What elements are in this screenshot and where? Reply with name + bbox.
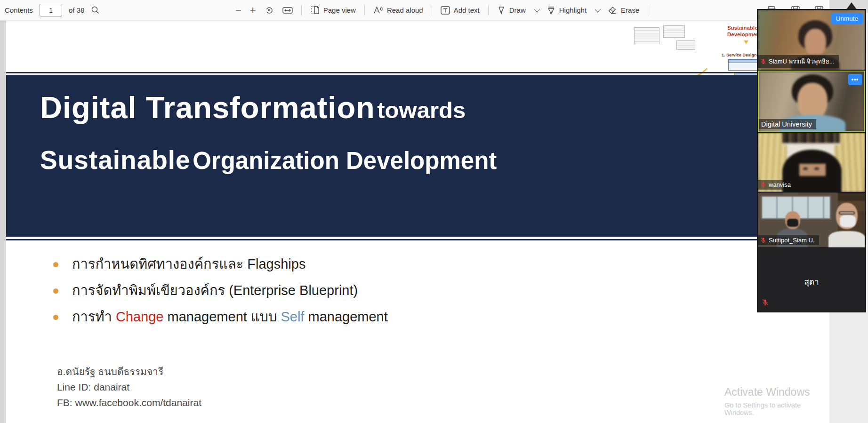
title-main-text: Digital Transformation bbox=[40, 90, 375, 125]
speaker-name: อ.ดนัยรัฐ ธนบดีธรรมจารี bbox=[57, 364, 201, 379]
video-tile-wanvisa[interactable]: wanvisa bbox=[758, 133, 865, 192]
participant-name-label: Digital University bbox=[759, 119, 816, 129]
screen: Contents of 38 − + Page view bbox=[0, 0, 868, 423]
slide-title-line2: Sustainable Organization Development bbox=[40, 144, 829, 183]
read-aloud-icon bbox=[373, 6, 383, 15]
slide-bullet-list: การกำหนดทิศทางองค์กรและ Flagships การจัด… bbox=[53, 251, 388, 330]
banner-bottom-rule bbox=[6, 239, 829, 240]
more-options-button[interactable]: ••• bbox=[848, 74, 862, 85]
participant-name-label: สุดา bbox=[758, 275, 865, 288]
title-suffix-text: Organization Development bbox=[193, 147, 497, 174]
fragment-mini-table bbox=[634, 27, 659, 44]
banner-top-rule bbox=[6, 72, 829, 73]
slide-title-line1: Digital Transformation towards bbox=[40, 89, 829, 134]
speaker-line-id: Line ID: danairat bbox=[57, 379, 201, 395]
change-highlight-word: Change bbox=[116, 309, 164, 324]
fit-to-width-icon[interactable] bbox=[282, 6, 293, 15]
toolbar-separator bbox=[648, 5, 648, 16]
bullet-item: การจัดทำพิมพ์เขียวองค์กร (Enterprise Blu… bbox=[53, 277, 388, 303]
erase-icon bbox=[608, 6, 617, 15]
add-text-label: Add text bbox=[454, 6, 480, 14]
cursor-arrow-icon bbox=[846, 2, 857, 9]
toolbar-separator bbox=[301, 5, 302, 16]
muted-mic-icon bbox=[760, 58, 766, 64]
toolbar-left-group: Contents of 38 bbox=[5, 0, 100, 20]
toolbar-separator bbox=[432, 5, 432, 16]
bullet-item: การกำหนดทิศทางองค์กรและ Flagships bbox=[53, 251, 388, 277]
pdf-toolbar: Contents of 38 − + Page view bbox=[0, 0, 868, 20]
page-count-label: of 38 bbox=[69, 6, 84, 14]
video-tile-siamu[interactable]: Unmute SiamU พรรณี จิวพุทธิธ... bbox=[758, 10, 865, 70]
title-suffix-text: towards bbox=[377, 97, 466, 123]
page-view-icon bbox=[310, 6, 320, 15]
zoom-in-button[interactable]: + bbox=[250, 5, 256, 16]
read-aloud-button[interactable]: Read aloud bbox=[373, 6, 423, 15]
highlight-icon bbox=[547, 6, 555, 15]
erase-label: Erase bbox=[621, 6, 639, 14]
watermark-title: Activate Windows bbox=[724, 386, 829, 399]
meeting-panel: Unmute SiamU พรรณี จิวพุทธิธ... ••• Digi… bbox=[757, 9, 866, 312]
unmute-button[interactable]: Unmute bbox=[831, 13, 863, 24]
highlight-button[interactable]: Highlight bbox=[547, 6, 587, 15]
title-main-text: Sustainable bbox=[40, 145, 191, 175]
activate-windows-watermark: Activate Windows Go to Settings to activ… bbox=[724, 386, 829, 416]
speaker-facebook: FB: www.facebook.com/tdanairat bbox=[57, 395, 201, 410]
muted-mic-icon bbox=[762, 299, 769, 308]
contents-button[interactable]: Contents bbox=[5, 6, 33, 14]
title-banner: Digital Transformation towards Sustainab… bbox=[6, 75, 829, 237]
pdf-viewer[interactable]: Sustainable Development 1. Service Desig… bbox=[0, 21, 868, 423]
slide-page: Sustainable Development 1. Service Desig… bbox=[6, 21, 829, 423]
toolbar-separator bbox=[364, 5, 365, 16]
zoom-out-button[interactable]: − bbox=[235, 5, 241, 16]
page-view-button[interactable]: Page view bbox=[310, 6, 356, 15]
fragment-mini-table bbox=[663, 25, 685, 38]
add-text-icon bbox=[441, 6, 450, 15]
add-text-button[interactable]: Add text bbox=[441, 6, 480, 15]
highlight-dropdown-chevron-icon[interactable] bbox=[595, 7, 601, 13]
page-number-input[interactable] bbox=[40, 4, 62, 16]
page-view-label: Page view bbox=[323, 6, 356, 14]
muted-mic-icon bbox=[760, 237, 766, 243]
bullet-item: การทำ Change management แบบ Self managem… bbox=[53, 303, 388, 330]
search-icon[interactable] bbox=[91, 6, 100, 15]
self-highlight-word: Self bbox=[281, 309, 304, 324]
draw-label: Draw bbox=[509, 6, 526, 14]
draw-pen-icon bbox=[497, 6, 506, 15]
read-aloud-label: Read aloud bbox=[387, 6, 423, 14]
draw-dropdown-chevron-icon[interactable] bbox=[534, 7, 540, 13]
slide-fragment-diagram: Sustainable Development 1. Service Desig… bbox=[627, 22, 769, 83]
participant-name-label: Suttipot_Siam U. bbox=[758, 235, 819, 245]
speaker-contact-block: อ.ดนัยรัฐ ธนบดีธรรมจารี Line ID: danaira… bbox=[57, 364, 201, 410]
muted-mic-icon bbox=[760, 182, 766, 188]
toolbar-center-group: − + Page view Read aloud bbox=[235, 0, 648, 20]
video-tile-suttipot[interactable]: Suttipot_Siam U. bbox=[758, 192, 865, 247]
video-tile-digital-university[interactable]: ••• Digital University bbox=[758, 71, 865, 132]
highlight-label: Highlight bbox=[559, 6, 587, 14]
toolbar-separator bbox=[488, 5, 489, 16]
erase-button[interactable]: Erase bbox=[608, 6, 639, 15]
fragment-down-arrow-icon bbox=[744, 40, 748, 44]
rotate-icon[interactable] bbox=[265, 6, 274, 15]
fragment-red-text: Sustainable Development bbox=[727, 24, 761, 38]
participant-name-label: wanvisa bbox=[758, 180, 795, 190]
participant-name-label: SiamU พรรณี จิวพุทธิธ... bbox=[758, 55, 839, 68]
video-tile-suda[interactable]: สุดา bbox=[758, 248, 865, 311]
watermark-subtitle: Go to Settings to activate Windows. bbox=[724, 401, 829, 416]
draw-button[interactable]: Draw bbox=[497, 6, 526, 15]
viewer-left-gutter bbox=[0, 21, 6, 423]
